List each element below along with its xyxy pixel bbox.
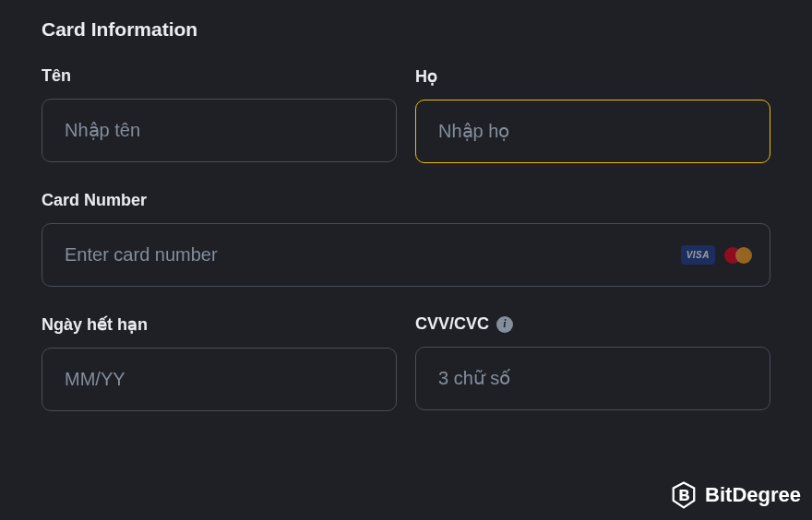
mastercard-icon (724, 246, 752, 265)
first-name-input[interactable] (42, 99, 397, 162)
expiry-input[interactable] (42, 348, 397, 411)
cvv-field: CVV/CVC i (415, 314, 770, 411)
last-name-label: Họ (415, 66, 770, 87)
watermark-text: BitDegree (705, 483, 801, 507)
last-name-input[interactable] (415, 100, 770, 163)
card-brand-icons: VISA (681, 245, 752, 265)
cvv-input[interactable] (415, 347, 770, 410)
last-name-field: Họ (415, 66, 770, 163)
section-title: Card Information (42, 18, 770, 41)
card-number-label: Card Number (42, 191, 770, 210)
card-number-input[interactable] (42, 223, 770, 287)
info-icon[interactable]: i (496, 316, 513, 333)
watermark: BitDegree (670, 481, 801, 509)
expiry-label: Ngày hết hạn (42, 314, 397, 335)
first-name-label: Tên (42, 66, 397, 86)
bitdegree-logo-icon (670, 481, 698, 509)
cvv-label: CVV/CVC i (415, 314, 770, 334)
first-name-field: Tên (42, 66, 397, 163)
cvv-label-text: CVV/CVC (415, 314, 489, 334)
visa-icon: VISA (681, 245, 715, 265)
expiry-field: Ngày hết hạn (42, 314, 397, 411)
card-number-field: Card Number VISA (42, 191, 770, 287)
